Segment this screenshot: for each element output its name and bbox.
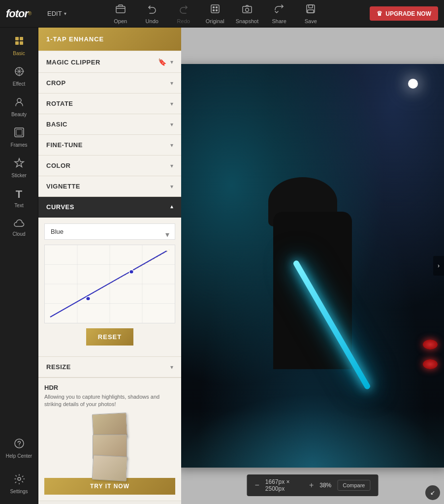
figure	[263, 197, 362, 418]
basic-section-label: BASIC	[46, 121, 67, 128]
vignette-section[interactable]: VIGNETTE ▾	[38, 176, 181, 197]
share-button[interactable]: Share	[268, 3, 290, 24]
canvas-image	[181, 64, 444, 468]
original-icon	[210, 3, 221, 17]
hdr-stack-image	[44, 413, 175, 473]
fine-tune-chevron: ▾	[170, 142, 173, 149]
upgrade-label: UPGRADE NOW	[385, 10, 431, 17]
sidebar-item-settings[interactable]: Settings	[0, 469, 38, 499]
svg-rect-18	[16, 129, 22, 135]
zoom-out-button[interactable]: −	[255, 481, 259, 489]
resize-header[interactable]: RESIZE ▾	[38, 357, 181, 378]
sidebar-item-effect[interactable]: Effect	[0, 61, 38, 92]
hdr-promo: HDR Allowing you to capture highlights, …	[38, 378, 181, 501]
edit-chevron-icon: ▾	[64, 11, 66, 16]
open-label: Open	[114, 18, 127, 24]
sidebar-item-text[interactable]: T Text	[0, 183, 38, 213]
magic-clipper-chevron: ▾	[170, 59, 173, 65]
color-label: COLOR	[46, 162, 70, 169]
sidebar-item-beauty[interactable]: Beauty	[0, 92, 38, 122]
color-section[interactable]: COLOR ▾	[38, 156, 181, 176]
resize-chevron: ▾	[170, 364, 173, 371]
snapshot-label: Snapshot	[236, 18, 258, 24]
curves-content: Blue RGB Red Green	[38, 218, 181, 357]
stack-layer-3	[92, 455, 128, 481]
channel-select-wrapper: Blue RGB Red Green	[44, 223, 175, 245]
enhance-button[interactable]: 1-TAP ENHANCE	[38, 28, 181, 51]
original-button[interactable]: Original	[204, 3, 226, 24]
text-label: Text	[14, 203, 23, 208]
beauty-label: Beauty	[11, 112, 27, 117]
redo-button[interactable]: Redo	[173, 3, 194, 24]
rotate-chevron: ▾	[170, 100, 173, 107]
rotate-label: ROTATE	[46, 100, 73, 107]
save-button[interactable]: Save	[300, 3, 321, 24]
magic-clipper-section[interactable]: MAGIC CLIPPER 🔖 ▾	[38, 52, 181, 73]
right-arrow-icon: ›	[438, 262, 440, 269]
effect-label: Effect	[13, 81, 25, 87]
crop-chevron: ▾	[170, 80, 173, 87]
redo-label: Redo	[177, 18, 190, 24]
svg-point-20	[19, 445, 20, 446]
bookmark-icon: 🔖	[158, 58, 166, 66]
compare-button[interactable]: Compare	[337, 480, 370, 491]
curves-chevron: ▾	[170, 204, 173, 211]
original-label: Original	[206, 18, 224, 24]
corner-resize-button[interactable]: ↙	[425, 485, 440, 500]
sidebar-item-help[interactable]: Help Center	[0, 433, 38, 464]
open-button[interactable]: Open	[110, 3, 131, 24]
sidebar-item-sticker[interactable]: Sticker	[0, 153, 38, 183]
logo: fotor®	[6, 7, 44, 20]
vignette-chevron: ▾	[170, 183, 173, 190]
svg-point-21	[18, 477, 21, 480]
svg-rect-10	[308, 10, 314, 13]
collapse-panel-button[interactable]: ›	[433, 256, 444, 276]
svg-point-30	[86, 297, 91, 301]
logo-trademark: ®	[28, 11, 32, 16]
channel-select[interactable]: Blue RGB Red Green	[44, 223, 175, 240]
red-dot-2	[423, 359, 438, 369]
red-dot-1	[423, 340, 438, 349]
snapshot-button[interactable]: Snapshot	[236, 3, 258, 24]
curves-graph[interactable]	[44, 245, 175, 323]
icon-nav: Basic Effect Beauty Frames Sticker	[0, 28, 38, 504]
svg-point-16	[17, 98, 21, 102]
rotate-section[interactable]: ROTATE ▾	[38, 94, 181, 114]
vignette-label: VIGNETTE	[46, 183, 80, 190]
svg-rect-13	[15, 41, 19, 45]
zoom-in-button[interactable]: +	[309, 481, 314, 489]
fine-tune-section[interactable]: FINE-TUNE ▾	[38, 135, 181, 156]
logo-text: fotor	[6, 7, 28, 20]
sidebar-item-basic[interactable]: Basic	[0, 31, 38, 61]
frames-label: Frames	[11, 142, 28, 148]
share-icon	[274, 3, 285, 17]
sidebar-item-frames[interactable]: Frames	[0, 122, 38, 153]
upgrade-button[interactable]: ♛ UPGRADE NOW	[370, 6, 438, 21]
beauty-icon	[14, 96, 25, 110]
undo-button[interactable]: Undo	[141, 3, 163, 24]
street-reflection	[181, 409, 444, 468]
settings-label: Settings	[10, 489, 28, 494]
effect-icon	[14, 66, 25, 79]
color-chevron: ▾	[170, 162, 173, 169]
basic-section[interactable]: BASIC ▾	[38, 114, 181, 135]
reset-button[interactable]: RESET	[86, 328, 133, 346]
share-label: Share	[272, 18, 286, 24]
edit-label: EDIT	[47, 10, 62, 17]
hdr-description: Allowing you to capture highlights, shad…	[44, 393, 175, 409]
svg-point-19	[15, 439, 24, 448]
curves-section[interactable]: CURVES ▾	[38, 197, 181, 218]
undo-label: Undo	[146, 18, 159, 24]
topbar-tools: Open Undo Redo Original Snapshot	[110, 3, 321, 24]
red-lights	[423, 340, 438, 369]
side-panel: 1-TAP ENHANCE MAGIC CLIPPER 🔖 ▾ CROP ▾ R…	[38, 28, 181, 504]
light-orb	[408, 79, 418, 89]
sidebar-item-cloud[interactable]: Cloud	[0, 213, 38, 242]
crop-section[interactable]: CROP ▾	[38, 73, 181, 94]
edit-menu[interactable]: EDIT ▾	[47, 10, 66, 17]
svg-rect-1	[211, 5, 219, 13]
text-icon: T	[16, 188, 22, 201]
crop-label: CROP	[46, 79, 66, 87]
sticker-icon	[14, 158, 25, 171]
open-icon	[115, 3, 126, 17]
